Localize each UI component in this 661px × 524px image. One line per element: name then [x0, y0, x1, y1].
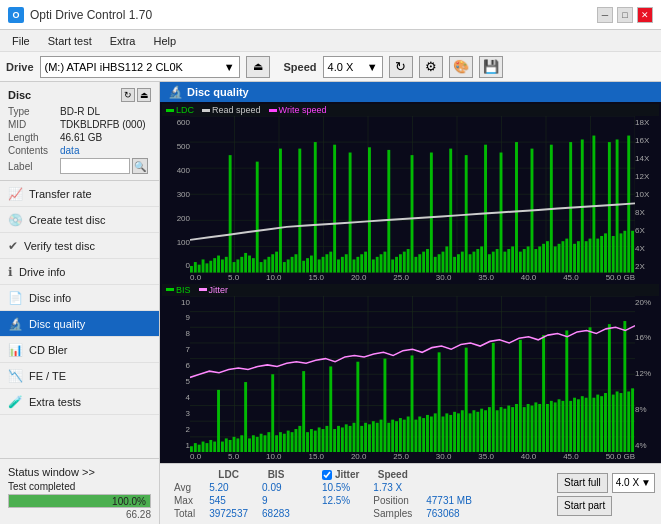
legend-ldc: LDC	[166, 105, 194, 115]
svg-rect-160	[221, 441, 224, 452]
speed-select-small[interactable]: 4.0 X ▼	[612, 473, 655, 493]
svg-rect-26	[225, 257, 228, 273]
sidebar-item-extra-tests[interactable]: 🧪 Extra tests	[0, 389, 159, 415]
sidebar-item-cd-bler[interactable]: 📊 CD Bler	[0, 337, 159, 363]
svg-rect-178	[291, 432, 294, 452]
menu-file[interactable]: File	[4, 33, 38, 49]
svg-rect-95	[492, 252, 495, 273]
svg-rect-117	[577, 241, 580, 272]
svg-rect-87	[461, 252, 464, 273]
svg-rect-237	[519, 339, 522, 452]
sidebar-item-label: Verify test disc	[24, 240, 95, 252]
svg-rect-89	[469, 254, 472, 272]
verify-test-disc-icon: ✔	[8, 239, 18, 253]
svg-rect-102	[519, 252, 522, 273]
sidebar-item-disc-info[interactable]: 📄 Disc info	[0, 285, 159, 311]
svg-rect-188	[329, 366, 332, 452]
chart1-y-right: 18X16X14X12X10X8X6X4X2X	[635, 116, 659, 273]
disc-eject-button[interactable]: ⏏	[137, 88, 151, 102]
svg-rect-63	[368, 147, 371, 272]
avg-label: Avg	[168, 482, 201, 493]
sidebar-item-disc-quality[interactable]: 🔬 Disc quality	[0, 311, 159, 337]
svg-rect-69	[391, 259, 394, 272]
svg-rect-163	[233, 436, 236, 452]
label-input[interactable]	[60, 158, 130, 174]
status-window-button[interactable]: Status window >>	[8, 463, 151, 481]
svg-rect-191	[341, 427, 344, 452]
sidebar-item-label: Transfer rate	[29, 188, 92, 200]
svg-rect-34	[256, 162, 259, 273]
eject-button[interactable]: ⏏	[246, 56, 270, 78]
svg-rect-203	[387, 422, 390, 452]
col-header-jitter: Jitter	[316, 469, 365, 480]
sidebar-item-fe-te[interactable]: 📉 FE / TE	[0, 363, 159, 389]
maximize-button[interactable]: □	[617, 7, 633, 23]
bis-legend-dot	[166, 288, 174, 291]
svg-rect-50	[318, 259, 321, 272]
svg-rect-37	[267, 257, 270, 273]
svg-rect-223	[465, 347, 468, 452]
sidebar-bottom: Status window >> Test completed 100.0% 6…	[0, 458, 159, 524]
svg-rect-107	[538, 246, 541, 272]
speed-select[interactable]: 4.0 X ▼	[323, 56, 383, 78]
svg-rect-42	[287, 259, 290, 272]
speed-display: 66.28	[8, 509, 151, 520]
svg-rect-248	[561, 400, 564, 452]
svg-rect-19	[198, 265, 201, 273]
sidebar-item-transfer-rate[interactable]: 📈 Transfer rate	[0, 181, 159, 207]
drive-select[interactable]: (M:) ATAPI iHBS112 2 CL0K ▼	[40, 56, 240, 78]
menu-help[interactable]: Help	[145, 33, 184, 49]
save-button[interactable]: 💾	[479, 56, 503, 78]
svg-rect-96	[496, 249, 499, 272]
svg-rect-23	[213, 258, 216, 272]
svg-rect-229	[488, 407, 491, 452]
svg-rect-39	[275, 252, 278, 273]
contents-key: Contents	[8, 145, 60, 156]
mid-key: MID	[8, 119, 60, 130]
svg-rect-220	[453, 411, 456, 452]
disc-refresh-button[interactable]: ↻	[121, 88, 135, 102]
svg-rect-111	[554, 246, 557, 272]
svg-rect-222	[461, 410, 464, 452]
start-full-button[interactable]: Start full	[557, 473, 608, 493]
minimize-button[interactable]: ─	[597, 7, 613, 23]
start-part-button[interactable]: Start part	[557, 496, 612, 516]
svg-rect-239	[527, 403, 530, 452]
main-layout: Disc ↻ ⏏ Type BD-R DL MID TDKBLDRFB (000…	[0, 82, 661, 524]
avg-speed: 1.73 X	[367, 482, 418, 493]
svg-rect-62	[364, 252, 367, 273]
svg-rect-263	[620, 393, 623, 452]
svg-rect-60	[356, 257, 359, 273]
max-position: 47731 MB	[420, 495, 478, 506]
svg-rect-257	[596, 394, 599, 452]
svg-rect-112	[558, 244, 561, 273]
svg-rect-176	[283, 433, 286, 452]
svg-rect-84	[449, 149, 452, 273]
menubar: File Start test Extra Help	[0, 30, 661, 52]
svg-rect-129	[623, 231, 626, 273]
menu-start-test[interactable]: Start test	[40, 33, 100, 49]
svg-rect-74	[411, 155, 414, 272]
label-search-button[interactable]: 🔍	[132, 158, 148, 174]
svg-rect-98	[503, 252, 506, 273]
sidebar-item-label: FE / TE	[29, 370, 66, 382]
svg-rect-162	[229, 439, 232, 452]
svg-rect-91	[476, 249, 479, 272]
options-button[interactable]: ⚙	[419, 56, 443, 78]
menu-extra[interactable]: Extra	[102, 33, 144, 49]
refresh-button[interactable]: ↻	[389, 56, 413, 78]
sidebar-nav: 📈 Transfer rate 💿 Create test disc ✔ Ver…	[0, 181, 159, 458]
sidebar-item-drive-info[interactable]: ℹ Drive info	[0, 259, 159, 285]
svg-rect-169	[256, 436, 259, 452]
jitter-checkbox[interactable]	[322, 470, 332, 480]
close-button[interactable]: ✕	[637, 7, 653, 23]
disc-info-icon: 📄	[8, 291, 23, 305]
sidebar-item-verify-test-disc[interactable]: ✔ Verify test disc	[0, 233, 159, 259]
sidebar-item-create-test-disc[interactable]: 💿 Create test disc	[0, 207, 159, 233]
svg-rect-251	[573, 397, 576, 452]
chart2-container: BIS Jitter 10987654321	[162, 284, 659, 462]
skin-button[interactable]: 🎨	[449, 56, 473, 78]
svg-rect-53	[329, 252, 332, 273]
svg-rect-195	[356, 361, 359, 452]
svg-rect-174	[275, 435, 278, 452]
